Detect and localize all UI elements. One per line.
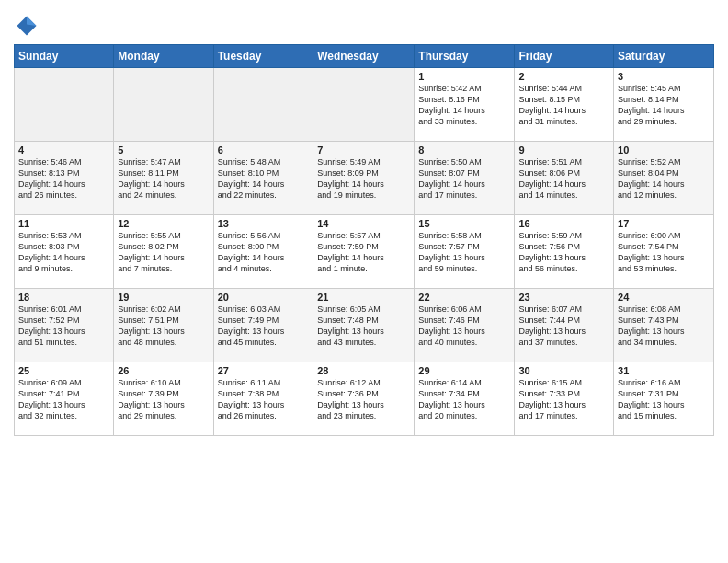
day-number: 12 xyxy=(118,218,209,229)
day-number: 25 xyxy=(18,365,109,376)
day-info: Sunrise: 5:56 AM Sunset: 8:00 PM Dayligh… xyxy=(218,230,310,275)
day-number: 6 xyxy=(218,144,310,155)
day-info: Sunrise: 6:14 AM Sunset: 7:34 PM Dayligh… xyxy=(418,377,510,422)
day-info: Sunrise: 5:53 AM Sunset: 8:03 PM Dayligh… xyxy=(18,230,109,275)
day-number: 31 xyxy=(618,365,710,376)
day-info: Sunrise: 5:42 AM Sunset: 8:16 PM Dayligh… xyxy=(418,83,510,128)
calendar-cell: 14Sunrise: 5:57 AM Sunset: 7:59 PM Dayli… xyxy=(313,215,415,289)
day-info: Sunrise: 5:44 AM Sunset: 8:15 PM Dayligh… xyxy=(518,83,609,128)
day-info: Sunrise: 6:16 AM Sunset: 7:31 PM Dayligh… xyxy=(618,377,710,422)
day-info: Sunrise: 6:05 AM Sunset: 7:48 PM Dayligh… xyxy=(317,304,410,349)
calendar-week-row: 25Sunrise: 6:09 AM Sunset: 7:41 PM Dayli… xyxy=(15,362,714,436)
day-number: 27 xyxy=(218,365,310,376)
logo xyxy=(14,13,42,39)
day-number: 17 xyxy=(618,218,710,229)
calendar-cell: 12Sunrise: 5:55 AM Sunset: 8:02 PM Dayli… xyxy=(114,215,213,289)
day-number: 30 xyxy=(518,365,609,376)
day-info: Sunrise: 5:55 AM Sunset: 8:02 PM Dayligh… xyxy=(118,230,209,275)
calendar-cell: 26Sunrise: 6:10 AM Sunset: 7:39 PM Dayli… xyxy=(114,362,213,436)
calendar-week-row: 18Sunrise: 6:01 AM Sunset: 7:52 PM Dayli… xyxy=(15,289,714,362)
calendar-cell xyxy=(15,68,114,142)
calendar-cell: 23Sunrise: 6:07 AM Sunset: 7:44 PM Dayli… xyxy=(515,289,614,362)
day-info: Sunrise: 6:10 AM Sunset: 7:39 PM Dayligh… xyxy=(118,377,209,422)
weekday-header: Monday xyxy=(114,45,213,68)
calendar-cell: 25Sunrise: 6:09 AM Sunset: 7:41 PM Dayli… xyxy=(15,362,114,436)
calendar-cell: 29Sunrise: 6:14 AM Sunset: 7:34 PM Dayli… xyxy=(415,362,515,436)
calendar-cell: 24Sunrise: 6:08 AM Sunset: 7:43 PM Dayli… xyxy=(614,289,714,362)
day-number: 26 xyxy=(118,365,209,376)
calendar-cell: 10Sunrise: 5:52 AM Sunset: 8:04 PM Dayli… xyxy=(614,142,714,215)
day-info: Sunrise: 6:01 AM Sunset: 7:52 PM Dayligh… xyxy=(18,304,109,349)
calendar-cell: 20Sunrise: 6:03 AM Sunset: 7:49 PM Dayli… xyxy=(213,289,313,362)
day-number: 24 xyxy=(618,292,710,303)
logo-icon xyxy=(14,13,40,39)
day-number: 13 xyxy=(218,218,310,229)
day-number: 16 xyxy=(518,218,609,229)
weekday-header: Thursday xyxy=(415,45,515,68)
day-info: Sunrise: 6:08 AM Sunset: 7:43 PM Dayligh… xyxy=(618,304,710,349)
calendar-cell: 27Sunrise: 6:11 AM Sunset: 7:38 PM Dayli… xyxy=(213,362,313,436)
day-number: 10 xyxy=(618,144,710,155)
day-number: 1 xyxy=(418,71,510,82)
day-info: Sunrise: 6:12 AM Sunset: 7:36 PM Dayligh… xyxy=(317,377,410,422)
day-info: Sunrise: 6:06 AM Sunset: 7:46 PM Dayligh… xyxy=(418,304,510,349)
calendar-week-row: 11Sunrise: 5:53 AM Sunset: 8:03 PM Dayli… xyxy=(15,215,714,289)
calendar-cell: 2Sunrise: 5:44 AM Sunset: 8:15 PM Daylig… xyxy=(515,68,614,142)
calendar-cell: 13Sunrise: 5:56 AM Sunset: 8:00 PM Dayli… xyxy=(213,215,313,289)
day-number: 28 xyxy=(317,365,410,376)
calendar-cell: 16Sunrise: 5:59 AM Sunset: 7:56 PM Dayli… xyxy=(515,215,614,289)
day-number: 8 xyxy=(418,144,510,155)
day-info: Sunrise: 5:47 AM Sunset: 8:11 PM Dayligh… xyxy=(118,156,209,201)
calendar-cell: 8Sunrise: 5:50 AM Sunset: 8:07 PM Daylig… xyxy=(415,142,515,215)
day-info: Sunrise: 6:02 AM Sunset: 7:51 PM Dayligh… xyxy=(118,304,209,349)
header xyxy=(14,9,714,39)
calendar-cell: 4Sunrise: 5:46 AM Sunset: 8:13 PM Daylig… xyxy=(15,142,114,215)
weekday-header: Tuesday xyxy=(213,45,313,68)
svg-marker-1 xyxy=(27,17,37,27)
calendar-cell: 5Sunrise: 5:47 AM Sunset: 8:11 PM Daylig… xyxy=(114,142,213,215)
calendar-cell xyxy=(313,68,415,142)
weekday-header: Saturday xyxy=(614,45,714,68)
weekday-header: Friday xyxy=(515,45,614,68)
day-info: Sunrise: 5:46 AM Sunset: 8:13 PM Dayligh… xyxy=(18,156,109,201)
calendar-cell: 28Sunrise: 6:12 AM Sunset: 7:36 PM Dayli… xyxy=(313,362,415,436)
calendar-cell: 7Sunrise: 5:49 AM Sunset: 8:09 PM Daylig… xyxy=(313,142,415,215)
weekday-header: Wednesday xyxy=(313,45,415,68)
weekday-header: Sunday xyxy=(15,45,114,68)
day-number: 20 xyxy=(218,292,310,303)
day-info: Sunrise: 5:51 AM Sunset: 8:06 PM Dayligh… xyxy=(518,156,609,201)
calendar-cell xyxy=(114,68,213,142)
calendar-cell: 1Sunrise: 5:42 AM Sunset: 8:16 PM Daylig… xyxy=(415,68,515,142)
day-info: Sunrise: 5:45 AM Sunset: 8:14 PM Dayligh… xyxy=(618,83,710,128)
day-number: 14 xyxy=(317,218,410,229)
calendar-cell: 21Sunrise: 6:05 AM Sunset: 7:48 PM Dayli… xyxy=(313,289,415,362)
day-number: 4 xyxy=(18,144,109,155)
day-info: Sunrise: 5:59 AM Sunset: 7:56 PM Dayligh… xyxy=(518,230,609,275)
calendar-cell: 17Sunrise: 6:00 AM Sunset: 7:54 PM Dayli… xyxy=(614,215,714,289)
calendar-cell: 6Sunrise: 5:48 AM Sunset: 8:10 PM Daylig… xyxy=(213,142,313,215)
day-info: Sunrise: 5:52 AM Sunset: 8:04 PM Dayligh… xyxy=(618,156,710,201)
calendar-cell xyxy=(213,68,313,142)
calendar-cell: 18Sunrise: 6:01 AM Sunset: 7:52 PM Dayli… xyxy=(15,289,114,362)
day-info: Sunrise: 5:50 AM Sunset: 8:07 PM Dayligh… xyxy=(418,156,510,201)
day-info: Sunrise: 6:15 AM Sunset: 7:33 PM Dayligh… xyxy=(518,377,609,422)
day-info: Sunrise: 6:09 AM Sunset: 7:41 PM Dayligh… xyxy=(18,377,109,422)
day-number: 3 xyxy=(618,71,710,82)
day-info: Sunrise: 6:00 AM Sunset: 7:54 PM Dayligh… xyxy=(618,230,710,275)
day-number: 29 xyxy=(418,365,510,376)
calendar-week-row: 1Sunrise: 5:42 AM Sunset: 8:16 PM Daylig… xyxy=(15,68,714,142)
calendar-cell: 19Sunrise: 6:02 AM Sunset: 7:51 PM Dayli… xyxy=(114,289,213,362)
day-number: 19 xyxy=(118,292,209,303)
weekday-header-row: SundayMondayTuesdayWednesdayThursdayFrid… xyxy=(15,45,714,68)
day-number: 23 xyxy=(518,292,609,303)
calendar-cell: 9Sunrise: 5:51 AM Sunset: 8:06 PM Daylig… xyxy=(515,142,614,215)
day-info: Sunrise: 6:03 AM Sunset: 7:49 PM Dayligh… xyxy=(218,304,310,349)
day-number: 7 xyxy=(317,144,410,155)
day-number: 22 xyxy=(418,292,510,303)
day-info: Sunrise: 6:11 AM Sunset: 7:38 PM Dayligh… xyxy=(218,377,310,422)
day-number: 11 xyxy=(18,218,109,229)
day-info: Sunrise: 5:57 AM Sunset: 7:59 PM Dayligh… xyxy=(317,230,410,275)
calendar-cell: 22Sunrise: 6:06 AM Sunset: 7:46 PM Dayli… xyxy=(415,289,515,362)
day-info: Sunrise: 6:07 AM Sunset: 7:44 PM Dayligh… xyxy=(518,304,609,349)
day-number: 18 xyxy=(18,292,109,303)
